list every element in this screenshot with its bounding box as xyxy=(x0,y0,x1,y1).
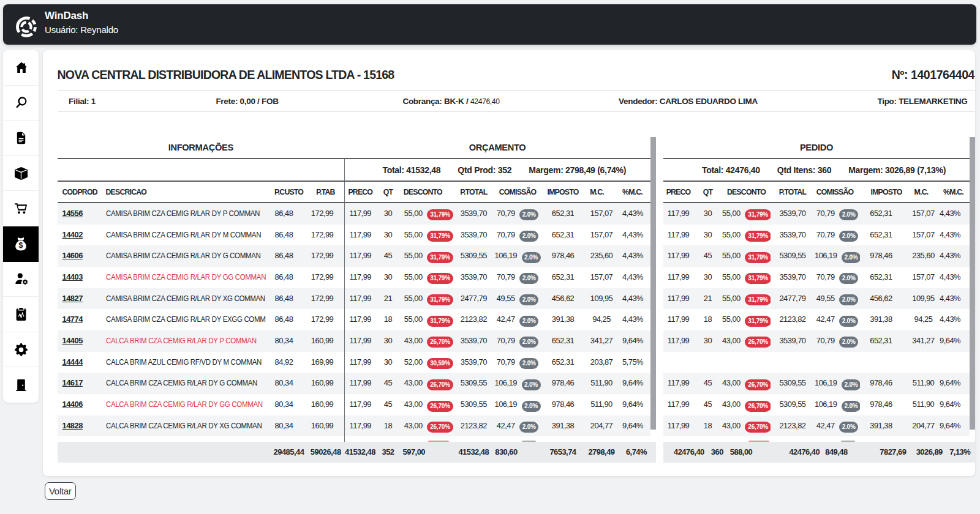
svg-text:$: $ xyxy=(18,241,23,250)
